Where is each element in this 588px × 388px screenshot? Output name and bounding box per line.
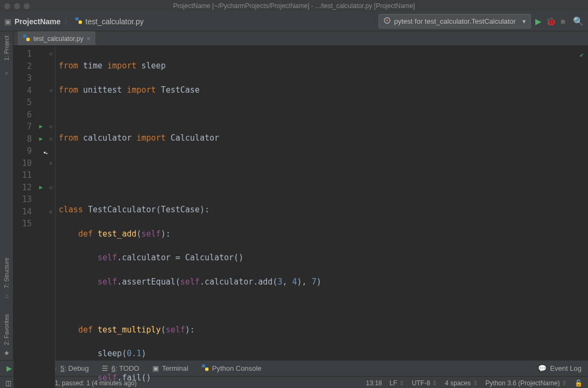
star-icon: ★ bbox=[4, 349, 10, 357]
structure-icon: ⛬ bbox=[4, 293, 10, 299]
run-class-icon[interactable]: ▶ bbox=[35, 121, 47, 133]
stop-button: ■ bbox=[561, 17, 565, 26]
debug-button[interactable]: 🐞 bbox=[546, 17, 556, 26]
fold-icon[interactable]: ⊟ bbox=[47, 121, 55, 133]
run-test-icon[interactable]: ▶ bbox=[35, 182, 47, 194]
fold-icon[interactable]: ⊟ bbox=[47, 133, 55, 146]
svg-rect-1 bbox=[79, 20, 82, 24]
fold-icon[interactable]: ⊟ bbox=[47, 182, 55, 194]
window-title: ProjectName [~/PycharmProjects/ProjectNa… bbox=[173, 2, 415, 10]
editor-area: test_calculator.py × ✔ ↖ 123456789101112… bbox=[13, 31, 588, 360]
breadcrumb[interactable]: ▣ ProjectName 〉 test_calculator.py bbox=[4, 17, 144, 26]
python-file-icon bbox=[75, 17, 82, 26]
chevron-icon: 〉 bbox=[64, 17, 72, 26]
tab-label: test_calculator.py bbox=[33, 35, 83, 43]
main-toolbar: ▣ ProjectName 〉 test_calculator.py pytes… bbox=[0, 12, 588, 31]
svg-point-3 bbox=[386, 19, 388, 22]
fold-gutter: ⊟ ⊟ ⊟ ⊟ ⊡ ⊟ ⊡ bbox=[47, 46, 55, 388]
file-name: test_calculator.py bbox=[86, 17, 144, 26]
fold-icon[interactable]: ⊟ bbox=[47, 48, 55, 60]
status-hide-icon[interactable]: ◫ bbox=[5, 379, 11, 387]
run-gutter: ▶ ▶ ▶ bbox=[35, 46, 47, 388]
run-config-label: pytest for test_calculator.TestCalculato… bbox=[394, 17, 516, 25]
code-content[interactable]: from time import sleep from unittest imp… bbox=[55, 46, 588, 388]
run-test-icon[interactable]: ▶ bbox=[35, 133, 47, 146]
fold-icon[interactable]: ⊟ bbox=[47, 85, 55, 97]
main-area: 1: Project ▫ 7: Structure ⛬ 2: Favorites… bbox=[0, 31, 588, 360]
search-button[interactable]: 🔍 bbox=[573, 16, 584, 26]
structure-tool-tab[interactable]: 7: Structure bbox=[2, 253, 11, 293]
python-file-icon bbox=[23, 34, 30, 43]
project-tool-tab[interactable]: 1: Project bbox=[2, 31, 11, 65]
editor-tab[interactable]: test_calculator.py × bbox=[18, 31, 95, 45]
run-button[interactable]: ▶ bbox=[535, 17, 542, 26]
editor-tabbar: test_calculator.py × bbox=[13, 31, 588, 46]
svg-rect-5 bbox=[26, 38, 30, 41]
pytest-icon bbox=[383, 17, 391, 26]
code-editor[interactable]: ✔ ↖ 123456789101112131415 ▶ ▶ ▶ ⊟ ⊟ ⊟ ⊟ … bbox=[13, 46, 588, 388]
folder-icon: ▣ bbox=[4, 17, 11, 26]
traffic-lights[interactable] bbox=[4, 3, 30, 9]
close-tab-icon[interactable]: × bbox=[87, 35, 90, 43]
svg-rect-4 bbox=[23, 34, 26, 38]
chevron-down-icon: ▾ bbox=[522, 17, 526, 25]
folder-closed-icon[interactable]: ▫ bbox=[5, 69, 8, 77]
fold-end-icon[interactable]: ⊡ bbox=[47, 157, 55, 170]
line-number-gutter: 123456789101112131415 bbox=[13, 46, 35, 388]
left-tool-strip: 1: Project ▫ 7: Structure ⛬ 2: Favorites… bbox=[0, 31, 13, 360]
favorites-tool-tab[interactable]: 2: Favorites bbox=[2, 310, 11, 349]
fold-end-icon[interactable]: ⊡ bbox=[47, 206, 55, 218]
run-config-selector[interactable]: pytest for test_calculator.TestCalculato… bbox=[379, 14, 531, 29]
play-icon: ▶ bbox=[6, 364, 12, 372]
window-titlebar: ProjectName [~/PycharmProjects/ProjectNa… bbox=[0, 0, 588, 12]
svg-rect-0 bbox=[75, 17, 78, 20]
project-name: ProjectName bbox=[15, 17, 61, 26]
